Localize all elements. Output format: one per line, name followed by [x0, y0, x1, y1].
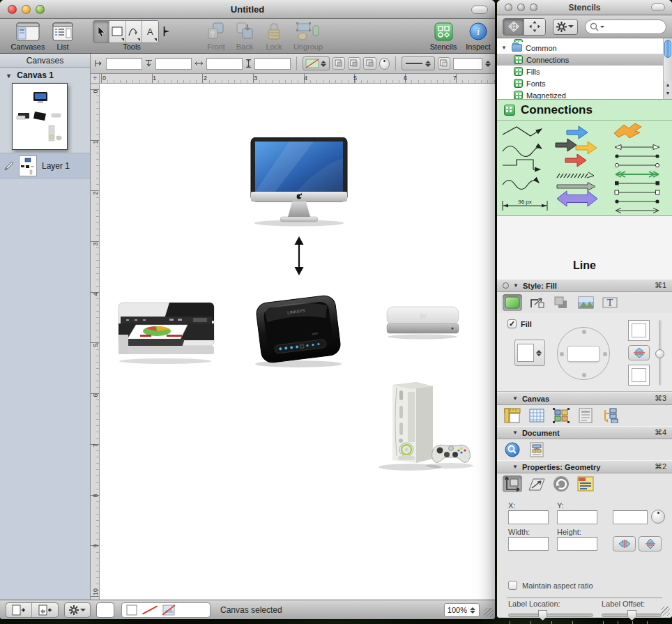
shadow-style-button-3[interactable]	[363, 57, 376, 70]
slider-thumb[interactable]	[627, 610, 636, 621]
square-end-line[interactable]	[615, 181, 659, 185]
stroke-width-field[interactable]	[453, 58, 482, 70]
arrow-both-ends-line[interactable]	[616, 208, 659, 213]
slider-thumb[interactable]	[538, 610, 547, 621]
gradient-direction-control[interactable]	[557, 327, 610, 380]
line-tool[interactable]	[126, 21, 142, 43]
gradient-end-swatch[interactable]	[628, 365, 650, 386]
shadow-style-button-1[interactable]	[333, 57, 345, 70]
stroke-width-stepper[interactable]	[485, 61, 491, 67]
stencil-item-connections[interactable]: Connections	[497, 54, 672, 66]
height-field[interactable]	[254, 58, 291, 70]
double-arrow-connector[interactable]	[292, 236, 306, 275]
canvas-section-header[interactable]: ▼ Canvas ⌘3	[497, 392, 672, 405]
fill-checkbox[interactable]: ✓	[507, 319, 517, 328]
disclosure-triangle[interactable]: ▼	[512, 429, 518, 436]
disclosure-triangle[interactable]: ▼	[513, 282, 519, 289]
flip-vertical-button[interactable]	[639, 536, 662, 551]
gray-block-arrow[interactable]	[556, 139, 576, 151]
diagram-layout-tab[interactable]	[600, 407, 620, 424]
stencil-library-list[interactable]: ▼ Common Connections Fills Fonts Magneti…	[497, 38, 672, 100]
red-block-arrow[interactable]	[565, 154, 586, 167]
selection-style-well[interactable]	[121, 602, 211, 618]
xbox-360-image[interactable]	[372, 378, 476, 475]
fill-style-stepper[interactable]	[321, 61, 327, 67]
stencil-folder-common[interactable]: ▼ Common	[497, 42, 672, 54]
titlebar[interactable]: Untitled	[0, 0, 495, 19]
stroke-style-stepper[interactable]	[425, 61, 432, 67]
gray-thin-arrow[interactable]	[557, 183, 595, 191]
gradient-start-swatch[interactable]	[628, 320, 650, 341]
green-double-arrow-line[interactable]	[616, 172, 659, 177]
geometry-note-tab[interactable]	[576, 475, 595, 492]
stencils-titlebar[interactable]: Stencils	[497, 0, 672, 15]
stroke-tab[interactable]	[527, 294, 547, 311]
hatched-arrow[interactable]	[557, 172, 594, 178]
stencil-search-input[interactable]	[608, 22, 657, 31]
toolbar-toggle-button[interactable]	[471, 6, 488, 14]
sidebar-item-canvas-1[interactable]: ▼ Canvas 1	[0, 68, 90, 82]
orthogonal-connector[interactable]	[503, 160, 540, 169]
scrollbar-thumb[interactable]	[664, 40, 671, 58]
fill-color-swatch[interactable]	[517, 344, 534, 362]
router-image[interactable]: LINKSYS WRT	[246, 291, 351, 369]
text-tool[interactable]: A	[142, 21, 158, 43]
stencil-item-fonts[interactable]: Fonts	[497, 77, 672, 89]
slider-thumb[interactable]	[655, 349, 664, 358]
grid-tab[interactable]	[527, 407, 547, 424]
disclosure-triangle[interactable]: ▼	[6, 73, 12, 79]
width-field[interactable]	[508, 537, 549, 551]
purple-double-arrow[interactable]	[557, 191, 597, 206]
fill-tab[interactable]	[503, 294, 522, 311]
stroke-style-button[interactable]	[402, 56, 435, 70]
fill-color-well[interactable]	[514, 340, 545, 366]
disclosure-triangle[interactable]: ▼	[512, 464, 518, 470]
ungroup-button[interactable]: Ungroup	[289, 21, 327, 51]
drawing-canvas[interactable]: LINKSYS WRT tv	[100, 84, 495, 600]
x-field[interactable]	[508, 510, 549, 524]
shadow-tab[interactable]	[551, 294, 571, 311]
dimension-line[interactable]: 96 px	[503, 198, 547, 211]
lock-button[interactable]: Lock	[261, 21, 287, 51]
canvases-button[interactable]: Canvases	[10, 21, 46, 51]
canvas-fill-swatch[interactable]	[96, 602, 114, 618]
stencil-item-fills[interactable]: Fills	[497, 66, 672, 77]
zoom-control[interactable]: 100%	[444, 603, 480, 617]
shadow-style-button-2[interactable]	[348, 57, 360, 70]
document-section-header[interactable]: ▼ Document ⌘4	[497, 426, 672, 439]
dot-end-line-2[interactable]	[615, 199, 659, 203]
label-offset-slider[interactable]	[602, 614, 662, 617]
list-button[interactable]: List	[52, 21, 74, 51]
disclosure-triangle[interactable]: ▼	[501, 45, 508, 51]
lightning-bolt[interactable]	[614, 123, 641, 138]
zigzag-connector[interactable]	[503, 127, 542, 136]
stencil-item-magnetized[interactable]: Magnetized	[497, 89, 672, 100]
front-button[interactable]: Front	[202, 21, 230, 51]
corner-style-button[interactable]	[438, 57, 450, 70]
shadow-angle-dial[interactable]	[379, 58, 390, 70]
add-canvas-button[interactable]	[6, 603, 32, 617]
window-resize-grip[interactable]	[661, 607, 670, 616]
back-button[interactable]: Back	[232, 21, 257, 51]
tools-expander-icon[interactable]	[162, 25, 171, 38]
left-position-field[interactable]	[106, 58, 142, 70]
magnet-tool-button[interactable]	[524, 19, 545, 35]
flip-horizontal-button[interactable]	[613, 536, 636, 551]
geometry-section-header[interactable]: ▼ Properties: Geometry ⌘2	[497, 460, 672, 473]
stencils-toolbar-button[interactable]: Stencils	[427, 21, 460, 51]
y-field[interactable]	[557, 510, 597, 524]
window-resize-grip[interactable]	[484, 608, 493, 617]
action-menu-button[interactable]	[64, 602, 91, 618]
zoom-stepper[interactable]	[470, 607, 476, 614]
imac-image[interactable]	[247, 137, 351, 227]
geometry-shear-tab[interactable]	[527, 475, 547, 492]
swap-gradient-colors-button[interactable]	[628, 345, 650, 360]
document-data-tab[interactable]	[527, 441, 547, 458]
layer-row-1[interactable]: Layer 1	[0, 153, 90, 178]
selection-tool[interactable]	[93, 21, 109, 43]
yellow-block-arrow[interactable]	[576, 142, 597, 154]
stencil-search-field[interactable]	[585, 20, 666, 34]
fill-opacity-slider[interactable]	[659, 320, 662, 386]
alignment-tab[interactable]	[551, 407, 571, 424]
canvas-1-thumbnail[interactable]	[12, 83, 68, 150]
